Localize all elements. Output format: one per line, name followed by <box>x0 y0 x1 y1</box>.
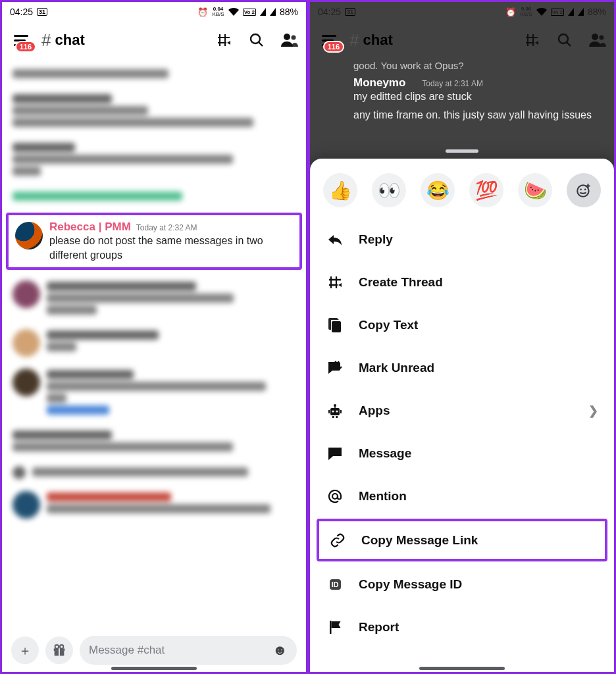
menu-label: Copy Message ID <box>359 577 462 592</box>
alarm-icon: ⏰ <box>197 7 208 17</box>
menu-label: Create Thread <box>359 275 443 290</box>
reaction-eyes[interactable]: 👀 <box>372 173 406 207</box>
svg-point-10 <box>600 36 604 40</box>
highlighted-message[interactable]: Rebecca | PMM Today at 2:32 AM please do… <box>6 213 302 270</box>
message-input[interactable]: Message #chat ☻ <box>80 636 297 665</box>
reaction-more-icon[interactable] <box>567 173 601 207</box>
status-bar: 04:25 31 ⏰ 9.00KB/S Vo 2 88% <box>310 2 614 22</box>
alarm-icon: ⏰ <box>505 7 516 17</box>
reaction-watermelon[interactable]: 🍉 <box>518 173 552 207</box>
signal-2-icon <box>270 8 276 16</box>
menu-apps[interactable]: Apps❯ <box>310 389 614 432</box>
nav-handle <box>111 667 197 670</box>
menu-copy_link[interactable]: Copy Message Link <box>317 519 607 561</box>
unread-icon <box>326 361 344 375</box>
channel-header: 116 # chat <box>2 22 306 59</box>
svg-point-6 <box>55 645 59 649</box>
svg-point-9 <box>592 34 598 40</box>
sheet-grabber[interactable] <box>446 149 478 153</box>
id-icon: ID <box>326 579 344 590</box>
menu-button[interactable]: 116 <box>318 30 340 50</box>
quick-reactions: 👍 👀 😂 💯 🍉 <box>310 159 614 218</box>
svg-point-1 <box>284 34 290 40</box>
message-line: my editted clips are stuck <box>353 90 614 104</box>
svg-rect-23 <box>336 416 338 418</box>
gift-button[interactable] <box>45 636 73 664</box>
menu-mention[interactable]: Mention <box>310 475 614 517</box>
avatar <box>15 222 43 249</box>
svg-point-8 <box>559 34 568 43</box>
threads-icon[interactable] <box>215 32 232 49</box>
reaction-joy[interactable]: 😂 <box>421 173 455 207</box>
message-time: Today at 2:31 AM <box>422 79 483 88</box>
search-icon[interactable] <box>248 32 265 49</box>
svg-point-2 <box>292 36 296 40</box>
action-menu: ReplyCreate ThreadCopy TextMark UnreadAp… <box>310 218 614 672</box>
svg-point-17 <box>336 410 338 412</box>
mention-icon <box>326 488 344 504</box>
menu-label: Message <box>359 446 411 461</box>
emoji-picker-icon[interactable]: ☻ <box>272 642 288 659</box>
menu-label: Apps <box>359 403 390 418</box>
hash-icon: # <box>41 30 51 51</box>
reply-context: good. You work at Opus? <box>353 59 614 76</box>
channel-name: chat <box>55 32 84 49</box>
signal-2-icon <box>578 8 584 16</box>
add-button[interactable]: ＋ <box>11 636 39 664</box>
unread-badge: 116 <box>15 41 36 53</box>
menu-label: Copy Text <box>359 318 418 332</box>
message-author: Rebecca | PMM <box>49 220 131 234</box>
menu-message[interactable]: Message <box>310 432 614 475</box>
svg-rect-15 <box>330 408 340 415</box>
menu-report[interactable]: Report <box>310 606 614 648</box>
blurred-messages <box>2 59 306 211</box>
svg-point-16 <box>332 410 334 412</box>
menu-copy_id[interactable]: IDCopy Message ID <box>310 563 614 606</box>
threads-icon[interactable] <box>523 32 540 49</box>
status-bar: 04:25 31 ⏰ 0.04KB/S Vo 2 88% <box>2 2 306 22</box>
signal-1-icon <box>568 8 574 16</box>
reaction-100[interactable]: 💯 <box>469 173 503 207</box>
thread-icon <box>326 274 344 290</box>
reaction-thumbs-up[interactable]: 👍 <box>323 173 357 207</box>
members-icon[interactable] <box>589 32 606 49</box>
svg-point-24 <box>332 494 338 499</box>
members-icon[interactable] <box>281 32 298 49</box>
context-message: good. You work at Opus? Moneymo Today at… <box>310 59 614 122</box>
svg-point-13 <box>584 189 586 191</box>
signal-1-icon <box>260 8 266 16</box>
menu-create_thread[interactable]: Create Thread <box>310 261 614 303</box>
chat-scroll[interactable]: Rebecca | PMM Today at 2:32 AM please do… <box>2 59 306 629</box>
message-placeholder: Message #chat <box>89 644 165 657</box>
svg-rect-14 <box>332 321 341 332</box>
channel-name: chat <box>363 32 392 49</box>
status-time: 04:25 <box>10 7 33 17</box>
link-icon <box>328 532 347 548</box>
menu-button[interactable]: 116 <box>10 30 32 50</box>
menu-label: Mention <box>359 489 407 504</box>
svg-rect-25 <box>330 621 332 634</box>
message-action-sheet: 👍 👀 😂 💯 🍉 ReplyCreate ThreadCopy TextMar… <box>310 159 614 672</box>
svg-rect-19 <box>340 410 342 413</box>
network-speed: 9.00KB/S <box>520 7 532 17</box>
menu-copy_text[interactable]: Copy Text <box>310 303 614 346</box>
blurred-messages-2 <box>2 271 306 527</box>
svg-rect-22 <box>332 416 334 418</box>
menu-label: Mark Unread <box>359 361 434 375</box>
chevron-right-icon: ❯ <box>588 403 598 418</box>
network-speed: 0.04KB/S <box>212 7 224 17</box>
svg-point-0 <box>251 34 260 43</box>
menu-label: Copy Message Link <box>361 533 478 548</box>
menu-mark_unread[interactable]: Mark Unread <box>310 346 614 389</box>
volte-icon: Vo 2 <box>243 9 256 16</box>
flag-icon <box>326 619 344 635</box>
search-icon[interactable] <box>556 32 573 49</box>
menu-reply[interactable]: Reply <box>310 218 614 261</box>
reply-icon <box>326 232 344 247</box>
copy-icon <box>326 317 344 333</box>
message-author: Moneymo <box>353 76 405 90</box>
calendar-icon: 31 <box>345 8 355 16</box>
menu-label: Report <box>359 620 399 635</box>
phone-right: 04:25 31 ⏰ 9.00KB/S Vo 2 88% 116 #chat <box>308 0 616 674</box>
svg-point-12 <box>580 189 582 191</box>
